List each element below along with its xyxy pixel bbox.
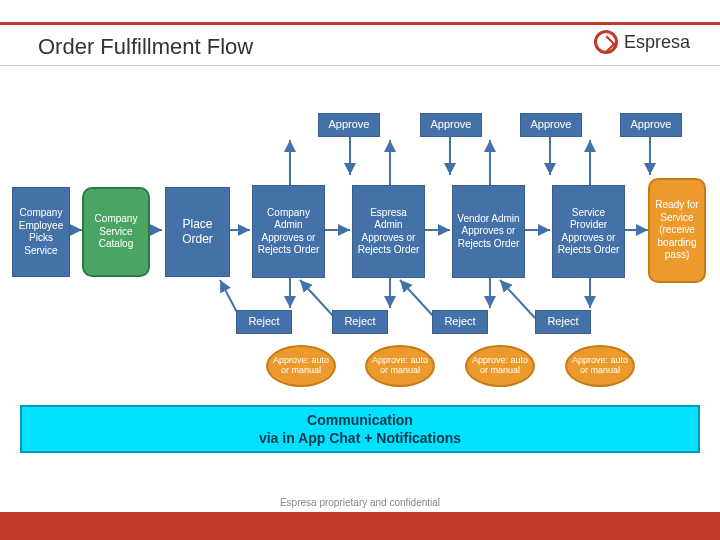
- header-divider: [0, 65, 720, 66]
- communication-bar: Communication via in App Chat + Notifica…: [20, 405, 700, 453]
- logo-icon: [594, 30, 618, 54]
- oval-approve-mode-4: Approve: auto or manual: [565, 345, 635, 387]
- node-service-provider: Service Provider Approves or Rejects Ord…: [552, 185, 625, 278]
- svg-line-22: [500, 280, 535, 318]
- top-accent-bar: [0, 22, 720, 25]
- node-espresa-admin: Espresa Admin Approves or Rejects Order: [352, 185, 425, 278]
- comm-line1: Communication: [307, 411, 413, 429]
- approve-badge-3: Approve: [520, 113, 582, 137]
- approve-badge-2: Approve: [420, 113, 482, 137]
- svg-line-20: [400, 280, 435, 318]
- svg-line-18: [300, 280, 335, 318]
- node-place-order: Place Order: [165, 187, 230, 277]
- node-vendor-admin: Vendor Admin Approves or Rejects Order: [452, 185, 525, 278]
- footer-text: Espresa proprietary and confidential: [0, 497, 720, 508]
- approve-badge-4: Approve: [620, 113, 682, 137]
- page-title: Order Fulfillment Flow: [38, 34, 253, 60]
- node-employee-picks: Company Employee Picks Service: [12, 187, 70, 277]
- reject-badge-2: Reject: [332, 310, 388, 334]
- reject-badge-1: Reject: [236, 310, 292, 334]
- node-company-admin: Company Admin Approves or Rejects Order: [252, 185, 325, 278]
- logo-text: Espresa: [624, 32, 690, 53]
- oval-approve-mode-3: Approve: auto or manual: [465, 345, 535, 387]
- oval-approve-mode-1: Approve: auto or manual: [266, 345, 336, 387]
- node-service-catalog: Company Service Catalog: [82, 187, 150, 277]
- comm-line2: via in App Chat + Notifications: [259, 429, 461, 447]
- approve-badge-1: Approve: [318, 113, 380, 137]
- reject-badge-3: Reject: [432, 310, 488, 334]
- brand-logo: Espresa: [594, 30, 690, 54]
- node-ready-for-service: Ready for Service (receive boarding pass…: [648, 178, 706, 283]
- reject-badge-4: Reject: [535, 310, 591, 334]
- footer-accent-bar: [0, 512, 720, 540]
- oval-approve-mode-2: Approve: auto or manual: [365, 345, 435, 387]
